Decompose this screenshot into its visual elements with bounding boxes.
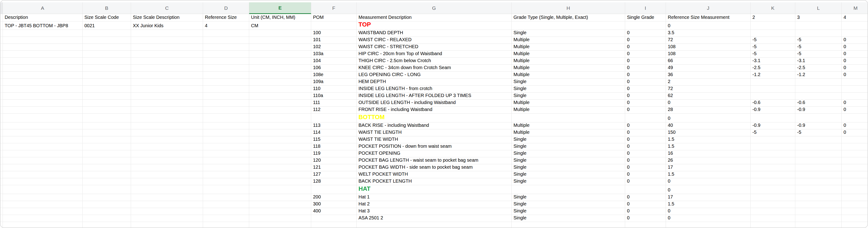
cell-E8[interactable] bbox=[249, 65, 311, 72]
cell-L15[interactable] bbox=[795, 114, 842, 122]
cell-M4[interactable]: 0 bbox=[842, 37, 868, 44]
cell-G25[interactable]: HAT bbox=[356, 185, 512, 194]
cell-B12[interactable] bbox=[83, 92, 131, 100]
cell-J26[interactable]: 17 bbox=[666, 194, 750, 201]
cell-I18[interactable]: 0 bbox=[625, 136, 666, 143]
cell-J7[interactable]: 66 bbox=[666, 58, 750, 65]
cell-B26[interactable] bbox=[83, 194, 131, 201]
cell-C24[interactable] bbox=[131, 178, 203, 185]
cell-L12[interactable] bbox=[795, 92, 842, 100]
cell-E26[interactable] bbox=[249, 194, 311, 201]
cell-G3[interactable]: WAISTBAND DEPTH bbox=[356, 30, 512, 37]
cell-I12[interactable]: 0 bbox=[625, 92, 666, 100]
cell-H11[interactable]: Single bbox=[512, 86, 625, 92]
cell-J5[interactable]: 108 bbox=[666, 44, 750, 51]
cell-D9[interactable] bbox=[203, 72, 249, 79]
column-header-F[interactable]: F bbox=[311, 2, 356, 14]
cell-B17[interactable] bbox=[83, 129, 131, 136]
cell-F6[interactable]: 103a bbox=[311, 51, 356, 58]
cell-L5[interactable]: -5 bbox=[795, 44, 842, 51]
cell-C2[interactable]: XX Junior Kids bbox=[131, 22, 203, 30]
cell-B8[interactable] bbox=[83, 65, 131, 72]
cell-I26[interactable]: 0 bbox=[625, 194, 666, 201]
cell-E21[interactable] bbox=[249, 157, 311, 164]
cell-D16[interactable] bbox=[203, 122, 249, 129]
cell-H12[interactable]: Single bbox=[512, 92, 625, 100]
cell-G2[interactable]: TOP bbox=[356, 22, 512, 30]
cell-K28[interactable] bbox=[750, 208, 795, 215]
cell-A15[interactable] bbox=[3, 114, 83, 122]
cell-A22[interactable] bbox=[3, 164, 83, 171]
cell-I21[interactable]: 0 bbox=[625, 157, 666, 164]
cell-C22[interactable] bbox=[131, 164, 203, 171]
cell-J18[interactable]: 1.5 bbox=[666, 136, 750, 143]
cell-B6[interactable] bbox=[83, 51, 131, 58]
cell-K30[interactable] bbox=[750, 222, 795, 228]
cell-C23[interactable] bbox=[131, 171, 203, 178]
cell-J22[interactable]: 17 bbox=[666, 164, 750, 171]
cell-M9[interactable]: 0 bbox=[842, 72, 868, 79]
cell-K29[interactable] bbox=[750, 215, 795, 222]
cell-E9[interactable] bbox=[249, 72, 311, 79]
cell-A14[interactable] bbox=[3, 107, 83, 114]
cell-D10[interactable] bbox=[203, 79, 249, 86]
cell-H5[interactable]: Multiple bbox=[512, 44, 625, 51]
cell-G20[interactable]: POCKET OPENING bbox=[356, 150, 512, 157]
cell-I24[interactable]: 0 bbox=[625, 178, 666, 185]
cell-J28[interactable]: 0 bbox=[666, 208, 750, 215]
cell-A12[interactable] bbox=[3, 92, 83, 100]
column-header-A[interactable]: A bbox=[3, 2, 83, 14]
cell-A1[interactable]: Description bbox=[3, 14, 83, 22]
cell-I16[interactable]: 0 bbox=[625, 122, 666, 129]
cell-H13[interactable]: Multiple bbox=[512, 100, 625, 107]
cell-G14[interactable]: FRONT RISE - including Waistband bbox=[356, 107, 512, 114]
cell-M26[interactable] bbox=[842, 194, 868, 201]
cell-B20[interactable] bbox=[83, 150, 131, 157]
cell-H19[interactable]: Single bbox=[512, 143, 625, 150]
cell-G17[interactable]: WAIST TIE LENGTH bbox=[356, 129, 512, 136]
cell-E19[interactable] bbox=[249, 143, 311, 150]
cell-H1[interactable]: Grade Type (Single, Multiple, Exact) bbox=[512, 14, 625, 22]
cell-G26[interactable]: Hat 1 bbox=[356, 194, 512, 201]
cell-L11[interactable] bbox=[795, 86, 842, 92]
cell-L23[interactable] bbox=[795, 171, 842, 178]
cell-F30[interactable] bbox=[311, 222, 356, 228]
cell-K6[interactable]: -5 bbox=[750, 51, 795, 58]
cell-J19[interactable]: 1.5 bbox=[666, 143, 750, 150]
cell-C25[interactable] bbox=[131, 185, 203, 194]
cell-F22[interactable]: 121 bbox=[311, 164, 356, 171]
cell-C13[interactable] bbox=[131, 100, 203, 107]
cell-L2[interactable] bbox=[795, 22, 842, 30]
cell-F14[interactable]: 112 bbox=[311, 107, 356, 114]
cell-D23[interactable] bbox=[203, 171, 249, 178]
cell-E14[interactable] bbox=[249, 107, 311, 114]
cell-F18[interactable]: 115 bbox=[311, 136, 356, 143]
cell-D14[interactable] bbox=[203, 107, 249, 114]
cell-B28[interactable] bbox=[83, 208, 131, 215]
cell-M6[interactable]: 0 bbox=[842, 51, 868, 58]
cell-G12[interactable]: INSIDE LEG LENGTH - AFTER FOLDED UP 3 TI… bbox=[356, 92, 512, 100]
cell-B3[interactable] bbox=[83, 30, 131, 37]
cell-K8[interactable]: -2.5 bbox=[750, 65, 795, 72]
cell-K26[interactable] bbox=[750, 194, 795, 201]
cell-L20[interactable] bbox=[795, 150, 842, 157]
cell-B21[interactable] bbox=[83, 157, 131, 164]
cell-L10[interactable] bbox=[795, 79, 842, 86]
cell-K1[interactable]: 2 bbox=[750, 14, 795, 22]
cell-A3[interactable] bbox=[3, 30, 83, 37]
cell-K4[interactable]: -5 bbox=[750, 37, 795, 44]
cell-B1[interactable]: Size Scale Code bbox=[83, 14, 131, 22]
cell-A10[interactable] bbox=[3, 79, 83, 86]
cell-J10[interactable]: 2 bbox=[666, 79, 750, 86]
cell-H3[interactable]: Single bbox=[512, 30, 625, 37]
cell-A8[interactable] bbox=[3, 65, 83, 72]
cell-A23[interactable] bbox=[3, 171, 83, 178]
cell-D27[interactable] bbox=[203, 201, 249, 208]
cell-J27[interactable]: 1.5 bbox=[666, 201, 750, 208]
cell-I8[interactable]: 0 bbox=[625, 65, 666, 72]
cell-G5[interactable]: WAIST CIRC - STRETCHED bbox=[356, 44, 512, 51]
cell-L3[interactable] bbox=[795, 30, 842, 37]
cell-M1[interactable]: 4 bbox=[842, 14, 868, 22]
cell-G8[interactable]: KNEE CIRC - 34cm down from Crotch Seam bbox=[356, 65, 512, 72]
cell-G30[interactable] bbox=[356, 222, 512, 228]
